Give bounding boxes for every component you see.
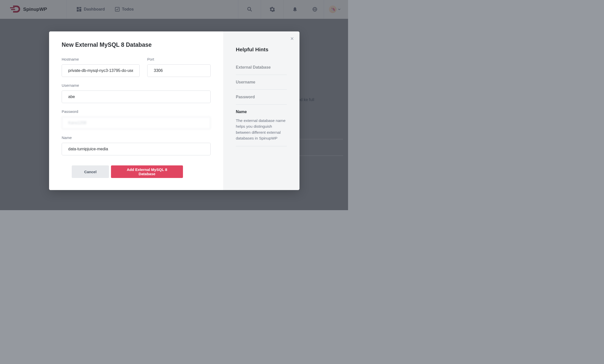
hint-username[interactable]: Username [236,75,287,90]
hostname-label: Hostname [62,57,140,61]
name-label: Name [62,135,211,140]
close-icon: ✕ [290,36,294,41]
modal-form: New External MySQL 8 Database Hostname P… [49,31,223,190]
hint-name-desc: The external database name helps you dis… [236,118,287,141]
hints-title: Helpful Hints [236,47,287,53]
name-input[interactable] [62,143,211,155]
close-button[interactable]: ✕ [290,36,294,41]
add-database-button[interactable]: Add External MySQL 8 Database [111,165,183,178]
modal-title: New External MySQL 8 Database [62,41,211,48]
hint-external-database[interactable]: External Database [236,60,287,75]
hint-name[interactable]: Name The external database name helps yo… [236,105,287,146]
hostname-input[interactable] [62,64,140,77]
password-label: Password [62,109,211,114]
hint-password[interactable]: Password [236,90,287,105]
password-input[interactable] [62,117,211,129]
username-label: Username [62,83,211,87]
port-label: Port [147,57,211,61]
modal-hints-panel: ✕ Helpful Hints External Database Userna… [223,31,299,190]
hint-name-label: Name [236,110,287,114]
username-input[interactable] [62,90,211,103]
port-input[interactable] [147,64,211,77]
cancel-button[interactable]: Cancel [72,165,109,178]
modal-new-external-database: New External MySQL 8 Database Hostname P… [49,31,299,190]
